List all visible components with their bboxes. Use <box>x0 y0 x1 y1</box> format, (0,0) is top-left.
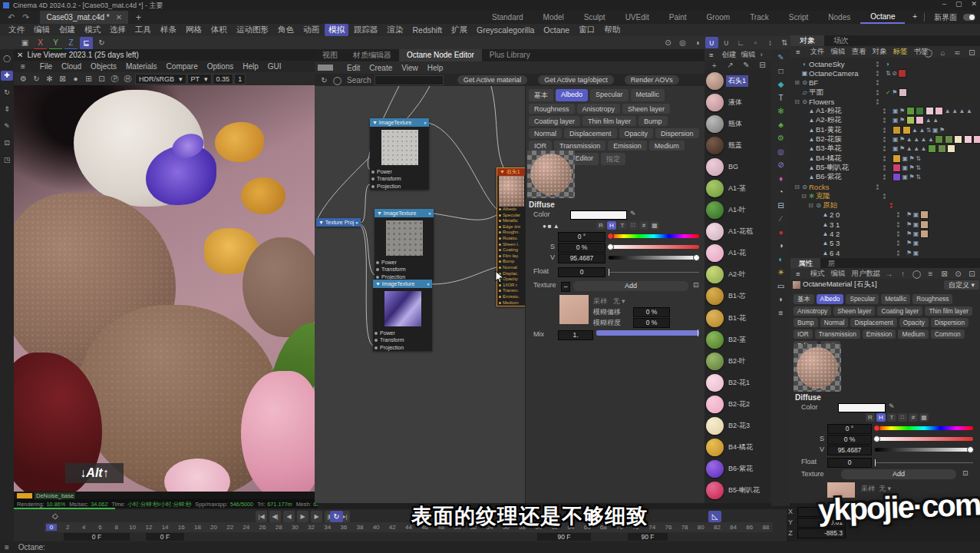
material-item[interactable]: B1-芯 <box>704 286 771 307</box>
coordinate-field[interactable]: -885.3 <box>797 528 846 538</box>
region-icon[interactable]: ⊡ <box>95 73 108 84</box>
material-item[interactable]: 石头1 <box>704 70 771 91</box>
tag-icon[interactable]: ▲ <box>913 136 919 143</box>
zoom-icon[interactable]: ◯ <box>331 75 344 86</box>
node-input-port[interactable]: Power <box>375 259 434 266</box>
menu-item[interactable]: 窗口 <box>575 24 599 36</box>
octane-tag-icon[interactable]: ▣ <box>893 136 899 143</box>
octane-tag-icon[interactable]: ▣ <box>893 145 899 152</box>
visibility-dots[interactable] <box>897 212 906 217</box>
material-channel-tab[interactable]: Roughness <box>912 294 952 304</box>
visibility-dots[interactable] <box>883 108 893 114</box>
frame-tick[interactable]: 4 <box>78 524 89 531</box>
visibility-dots[interactable] <box>883 146 893 151</box>
live-viewer-menu-item[interactable]: File <box>35 62 57 71</box>
visibility-dots[interactable] <box>876 99 886 104</box>
object-menu-item[interactable]: 查看 <box>849 47 869 57</box>
tag-icon[interactable]: ▲ <box>928 136 934 143</box>
color-mode-button[interactable]: # <box>909 413 918 422</box>
magnet-icon[interactable]: ∪ <box>720 37 733 48</box>
material-channel-tab[interactable]: Opacity <box>619 128 654 138</box>
value-slider[interactable] <box>609 256 699 260</box>
lock-icon[interactable]: ⊠ <box>938 268 951 280</box>
object-name[interactable]: 4 2 <box>830 230 897 238</box>
effector-icon[interactable]: ⚙ <box>774 133 788 143</box>
hamburger-icon[interactable]: ≡ <box>793 48 803 56</box>
visibility-dots[interactable] <box>883 194 893 199</box>
panel-tab[interactable]: Plus Library <box>482 49 538 61</box>
expand-toggle-icon[interactable]: ⊟ <box>807 202 814 209</box>
object-name[interactable]: B1-黄花 <box>816 125 883 135</box>
color-swatch[interactable] <box>838 403 886 412</box>
saturation-slider[interactable] <box>875 437 973 441</box>
material-channel-tab[interactable]: Medium <box>649 141 685 151</box>
render-viewport[interactable]: ↓Alt↑ <box>14 85 315 492</box>
object-name[interactable]: B2-花簇 <box>816 134 883 144</box>
phong-tag-icon[interactable]: ⚑ <box>906 230 912 237</box>
material-item[interactable]: B1-花 <box>704 307 771 329</box>
object-name[interactable]: 6 4 <box>830 249 897 257</box>
octane-tag-icon[interactable]: ▣ <box>932 127 939 134</box>
tag-icon[interactable]: ▲ <box>921 145 927 152</box>
square-mode-icon[interactable]: ■ <box>548 223 552 230</box>
ui-toggle[interactable] <box>963 14 975 21</box>
document-tab[interactable]: Case03_mat.c4d * ✕ <box>40 11 128 24</box>
menu-item[interactable]: 网格 <box>182 24 206 36</box>
material-channel-tab[interactable]: Sheen layer <box>622 104 670 114</box>
object-name[interactable]: A1-粉花 <box>816 106 883 116</box>
blur-offset-field[interactable]: 0 % <box>633 307 670 317</box>
menu-item[interactable]: 运动图形 <box>233 24 272 36</box>
object-row[interactable]: ⊟⊙Flowers <box>790 97 980 106</box>
tag-icon[interactable]: ▲ <box>919 127 925 134</box>
material-input-port[interactable]: Albedo <box>497 207 525 213</box>
camera-tag-icon[interactable]: ⊘ <box>892 70 897 77</box>
move-tool-icon[interactable]: ✚ <box>1 71 13 81</box>
material-input-port[interactable]: Edge tint <box>497 224 525 230</box>
output-port[interactable]: ● <box>424 118 427 127</box>
up-icon[interactable]: ↑ <box>896 268 909 280</box>
x-axis-lock[interactable]: X <box>34 37 47 50</box>
object-name[interactable]: 2 0 <box>830 210 897 219</box>
material-chip[interactable] <box>898 69 906 78</box>
object-row[interactable]: ▲6 4⚑▣ <box>790 248 980 257</box>
attribute-menu-item[interactable]: 编辑 <box>828 269 849 279</box>
material-item[interactable]: A2-叶 <box>704 264 771 286</box>
blur-amount-field[interactable]: 0 % <box>633 318 670 328</box>
deformer-icon[interactable]: ✻ <box>774 106 788 116</box>
material-chip[interactable] <box>902 126 911 134</box>
menu-item[interactable]: 跟踪器 <box>350 24 382 36</box>
node-input-port[interactable]: Projection <box>370 183 429 190</box>
keyframe-icon[interactable]: ◇ <box>52 512 58 520</box>
material-item[interactable]: B2-花1 <box>704 372 771 393</box>
filter-icon[interactable]: ✻ <box>43 73 56 84</box>
settings-gear-icon[interactable]: ⚙ <box>17 73 30 84</box>
visibility-dots[interactable] <box>876 184 886 190</box>
panel-tab[interactable]: Octane Node Editor <box>399 49 482 61</box>
workspace-tab[interactable]: Script <box>779 12 819 23</box>
tag-icon[interactable]: ⇅ <box>916 164 921 171</box>
material-item[interactable]: B4-橘花 <box>704 437 771 459</box>
menu-item[interactable]: 帮助 <box>600 24 624 36</box>
material-channel-tab[interactable]: Albedo <box>817 294 844 304</box>
text-icon[interactable]: T <box>774 93 788 103</box>
object-row[interactable]: ▲4 2⚑▣ <box>790 229 980 238</box>
object-row[interactable]: ▲B6-紫花▣⚑⇅ <box>790 173 980 182</box>
octane-tag-icon[interactable]: ▣ <box>913 230 919 237</box>
material-channel-tab[interactable]: Opacity <box>899 318 929 327</box>
redo-icon[interactable]: ↷ <box>22 12 29 22</box>
tag-icon[interactable]: ⇅ <box>926 127 932 134</box>
tag-icon[interactable]: ▲ <box>945 108 951 114</box>
material-chip[interactable] <box>906 107 915 115</box>
attribute-menu-item[interactable]: 模式 <box>807 269 828 279</box>
visibility-dots[interactable] <box>883 174 893 180</box>
kernel-select[interactable]: PT▾ <box>187 74 212 84</box>
panel-tab[interactable]: 层 <box>820 258 843 268</box>
color-mode-button[interactable]: ∷ <box>898 413 907 422</box>
output-port[interactable]: ● <box>427 280 430 288</box>
tag-icon[interactable]: ▲ <box>921 136 927 143</box>
frame-tick[interactable]: 24 <box>241 524 252 531</box>
material-chip[interactable] <box>893 154 901 163</box>
octane-tag-icon[interactable]: ▣ <box>893 108 899 114</box>
frame-tick[interactable]: 14 <box>160 524 170 531</box>
value-value-field[interactable]: 95.4687 <box>558 253 605 263</box>
